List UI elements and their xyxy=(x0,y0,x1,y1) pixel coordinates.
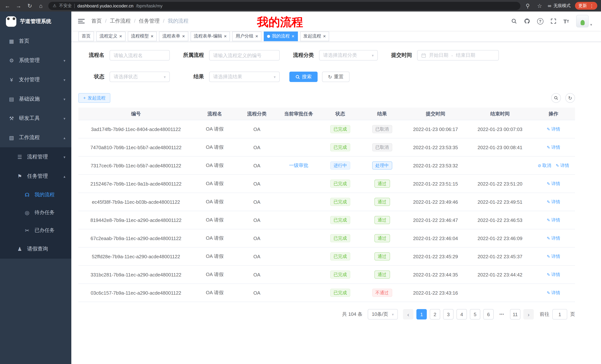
kebab-menu-icon[interactable]: ⋮ xyxy=(590,3,594,8)
close-icon[interactable]: × xyxy=(291,34,294,38)
sidebar-item-label: 首页 xyxy=(19,38,29,45)
sidebar-item[interactable]: ⚑ 任务管理 ▴ xyxy=(0,167,71,186)
refresh-button[interactable]: ↻ xyxy=(565,93,575,103)
app-title: 芋道管理系统 xyxy=(20,18,51,25)
gear-icon: ⚙ xyxy=(8,57,15,63)
close-icon[interactable]: × xyxy=(182,34,185,38)
status-select[interactable]: 请选择状态 ▾ xyxy=(110,72,170,82)
my-process-icon: ☊ xyxy=(24,192,30,198)
app-logo[interactable]: 芋道管理系统 xyxy=(0,11,71,31)
sidebar-item[interactable]: ♟ 请假查询 xyxy=(0,239,71,259)
tab[interactable]: 首页 xyxy=(78,31,94,41)
goto-page-input[interactable] xyxy=(552,309,567,319)
date-range-picker[interactable]: 开始日期 - 结束日期 xyxy=(417,50,499,60)
breadcrumb-item[interactable]: 我的流程 xyxy=(168,18,189,25)
close-icon[interactable]: × xyxy=(323,34,326,38)
page-button[interactable]: 4 xyxy=(457,309,467,319)
category-select[interactable]: 请选择流程分类 ▾ xyxy=(319,50,378,60)
sidebar-item[interactable]: ⚒ 研发工具 ▾ xyxy=(0,109,71,128)
close-icon[interactable]: × xyxy=(151,34,153,38)
detail-link[interactable]: ✎ 详情 xyxy=(547,199,560,205)
page-button[interactable]: 1 xyxy=(416,309,427,319)
detail-link[interactable]: ✎ 详情 xyxy=(547,235,560,241)
tab[interactable]: 用户分组 × xyxy=(232,31,261,41)
tab[interactable]: 流程表单 × xyxy=(159,31,188,41)
key-icon[interactable]: ⚲ xyxy=(524,2,531,9)
home-icon[interactable]: ⌂ xyxy=(37,3,45,9)
tab[interactable]: 我的流程 × xyxy=(264,31,298,41)
breadcrumb-item[interactable]: 任务管理 xyxy=(139,18,165,25)
detail-link[interactable]: ✎ 详情 xyxy=(547,181,560,187)
search-icon[interactable] xyxy=(511,18,517,24)
close-icon[interactable]: × xyxy=(224,34,227,38)
search-button[interactable]: 搜索 xyxy=(289,72,318,82)
tab[interactable]: 流程模型 × xyxy=(128,31,157,41)
range-separator: - xyxy=(451,52,453,58)
breadcrumb-item[interactable]: 首页 xyxy=(91,18,107,25)
sidebar-item[interactable]: ▦ 首页 xyxy=(0,31,71,51)
sidebar-item[interactable]: ☊ 我的流程 xyxy=(0,186,71,204)
current-task-link[interactable]: 一级审批 xyxy=(289,163,308,168)
page-button[interactable]: 2 xyxy=(430,309,440,319)
address-bar[interactable]: ⚠ 不安全 dashboard.yudao.iocoder.cn/bpm/tas… xyxy=(48,2,520,10)
github-icon[interactable] xyxy=(524,18,530,24)
back-icon[interactable]: ← xyxy=(4,3,11,9)
page-button[interactable]: ••• xyxy=(497,309,507,319)
detail-link[interactable]: ✎ 详情 xyxy=(547,253,560,259)
sidebar-item[interactable]: ✂ 已办任务 xyxy=(0,221,71,239)
tab[interactable]: 流程表单-编辑 × xyxy=(190,31,230,41)
cancel-link[interactable]: ⊘ 取消 xyxy=(538,162,551,169)
process-manage-icon: ☰ xyxy=(16,154,23,160)
sidebar: 芋道管理系统 ▦ 首页 ⚙ 系统管理 ▾ xyxy=(0,11,71,364)
sidebar-item[interactable]: ¥ 支付管理 ▾ xyxy=(0,70,71,89)
result-badge: 通过 xyxy=(374,234,390,242)
page-button[interactable]: 6 xyxy=(483,309,494,319)
star-icon[interactable]: ☆ xyxy=(536,2,543,9)
infrastructure-icon: ▤ xyxy=(8,96,15,102)
result-select[interactable]: 请选择流结果 ▾ xyxy=(209,72,280,82)
reset-button[interactable]: ↻ 重置 xyxy=(322,72,350,82)
page-button[interactable]: 3 xyxy=(443,309,453,319)
detail-link[interactable]: ✎ 详情 xyxy=(556,162,569,169)
toggle-search-button[interactable] xyxy=(551,93,561,103)
tab[interactable]: 流程定义 × xyxy=(96,31,125,41)
detail-link[interactable]: ✎ 详情 xyxy=(547,126,560,132)
sidebar-item[interactable]: ☰ 流程管理 ▾ xyxy=(0,147,71,167)
cell-category: OA xyxy=(236,199,278,205)
sidebar-item[interactable]: ▧ 工作流程 ▴ xyxy=(0,128,71,147)
hamburger-icon[interactable] xyxy=(78,19,85,23)
tab[interactable]: 发起流程 × xyxy=(300,31,329,41)
page-size-select[interactable]: 10条/页 ▾ xyxy=(368,309,398,319)
cell-actions: ✎ 详情 xyxy=(532,181,575,187)
help-icon[interactable]: ? xyxy=(537,18,543,24)
table-header: 编号 流程名 流程分类 当前审批任务 状态 结果 xyxy=(78,108,575,120)
page-button[interactable]: 11 xyxy=(510,309,521,319)
forward-icon[interactable]: → xyxy=(15,3,22,9)
process-name-input[interactable] xyxy=(110,50,170,60)
detail-link[interactable]: ✎ 详情 xyxy=(547,217,560,223)
sidebar-item[interactable]: ▤ 基础设施 ▾ xyxy=(0,89,71,109)
start-process-button[interactable]: + 发起流程 xyxy=(78,93,110,103)
fullscreen-icon[interactable] xyxy=(550,18,556,24)
sidebar-item[interactable]: ⚙ 系统管理 ▾ xyxy=(0,51,71,70)
close-icon[interactable]: × xyxy=(255,34,258,38)
cell-category: OA xyxy=(236,272,278,277)
result-badge: 已取消 xyxy=(372,143,392,151)
status-badge: 已完成 xyxy=(330,270,350,279)
detail-link[interactable]: ✎ 详情 xyxy=(547,271,560,278)
detail-link[interactable]: ✎ 详情 xyxy=(547,144,560,151)
next-page-button[interactable]: › xyxy=(523,309,534,319)
detail-link[interactable]: ✎ 详情 xyxy=(547,290,560,296)
user-menu[interactable]: ▾ xyxy=(576,15,592,28)
reload-icon[interactable]: ↻ xyxy=(26,2,33,9)
filter-row-2: 状态 请选择状态 ▾ 结果 请选择流结果 ▾ 搜索 xyxy=(78,72,575,82)
font-size-icon[interactable]: TT xyxy=(563,18,569,24)
close-icon[interactable]: × xyxy=(119,34,122,38)
prev-page-button[interactable]: ‹ xyxy=(403,309,413,319)
update-button[interactable]: 更新 ⋮ xyxy=(575,2,597,10)
breadcrumb-item[interactable]: 工作流程 xyxy=(110,18,136,25)
owner-process-input[interactable] xyxy=(209,50,280,60)
page-button[interactable]: 5 xyxy=(470,309,480,319)
done-task-icon: ✂ xyxy=(24,228,30,233)
sidebar-item[interactable]: ◎ 待办任务 xyxy=(0,204,71,221)
